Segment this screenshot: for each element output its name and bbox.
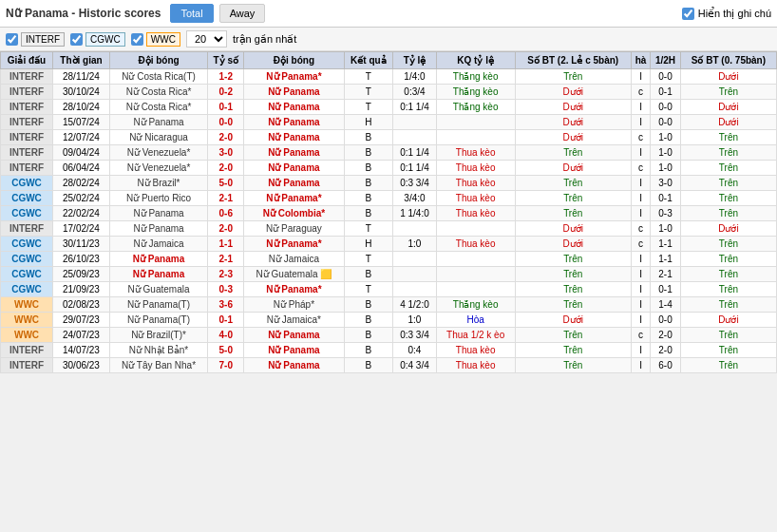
cell-comp: INTERF [1, 69, 53, 85]
cell-team2: Nữ Panama* [244, 237, 344, 252]
cell-h1: 0-1 [651, 85, 681, 100]
cell-so-bt2: Dưới [680, 69, 776, 85]
cell-result: B [344, 358, 393, 373]
cell-team2: Nữ Panama [244, 100, 344, 115]
cell-date: 28/10/24 [53, 100, 110, 115]
cell-so-bt: Dưới [515, 313, 631, 328]
cell-le-c: I [631, 69, 650, 85]
table-row: WWC 29/07/23 Nữ Panama(T) 0-1 Nữ Jamaica… [1, 313, 777, 328]
cell-le-c: c [631, 237, 650, 252]
cell-date: 24/07/23 [53, 328, 110, 343]
show-notes-container: Hiển thị ghi chú [682, 8, 771, 20]
cell-team2: Nữ Colombia* [244, 206, 344, 221]
table-row: INTERF 09/04/24 Nữ Venezuela* 3-0 Nữ Pan… [1, 145, 777, 161]
col-kq-ratio: KQ tỷ lệ [436, 52, 515, 69]
col-so-bt: Số BT (2. Lẻ c 5bàn) [515, 52, 631, 69]
cell-so-bt: Dưới [515, 161, 631, 176]
cell-team1: Nữ Panama [109, 252, 207, 267]
cell-date: 30/06/23 [53, 358, 110, 373]
cell-team1: Nữ Costa Rica* [109, 85, 207, 100]
cell-date: 28/11/24 [53, 69, 110, 85]
cell-h1: 1-0 [651, 161, 681, 176]
cell-score: 2-0 [208, 130, 244, 145]
filter-wwc-checkbox[interactable] [131, 33, 143, 46]
cell-comp: INTERF [1, 85, 53, 100]
show-notes-label: Hiển thị ghi chú [698, 8, 771, 20]
filter-wwc: WWC [131, 32, 180, 47]
cell-team1: Nữ Puerto Rico [109, 191, 207, 206]
cell-so-bt2: Trên [680, 297, 776, 313]
cell-result: T [344, 282, 393, 297]
cell-score: 5-0 [208, 176, 244, 191]
cell-h1: 1-1 [651, 237, 681, 252]
cell-score: 4-0 [208, 328, 244, 343]
cell-ratio [393, 252, 437, 267]
cell-result: B [344, 313, 393, 328]
table-row: CGWC 25/09/23 Nữ Panama 2-3 Nữ Guatemala… [1, 267, 777, 282]
col-le-c: hà [631, 52, 650, 69]
cell-so-bt2: Dưới [680, 100, 776, 115]
cell-date: 25/09/23 [53, 267, 110, 282]
count-select[interactable]: 20103050 [186, 30, 227, 48]
cell-date: 25/02/24 [53, 191, 110, 206]
cell-kq-ratio [436, 115, 515, 130]
cell-team1: Nữ Panama(T) [109, 313, 207, 328]
cell-comp: CGWC [1, 191, 53, 206]
cell-kq-ratio [436, 267, 515, 282]
table-row: INTERF 30/10/24 Nữ Costa Rica* 0-2 Nữ Pa… [1, 85, 777, 100]
table-row: WWC 02/08/23 Nữ Panama(T) 3-6 Nữ Pháp* B… [1, 297, 777, 313]
cell-so-bt2: Trên [680, 343, 776, 358]
cell-score: 7-0 [208, 358, 244, 373]
cell-comp: CGWC [1, 206, 53, 221]
cell-le-c: c [631, 85, 650, 100]
cell-score: 2-3 [208, 267, 244, 282]
cell-team1: Nữ Brazil(T)* [109, 328, 207, 343]
cell-le-c: I [631, 343, 650, 358]
cell-comp: CGWC [1, 237, 53, 252]
cell-h1: 2-0 [651, 328, 681, 343]
table-row: INTERF 12/07/24 Nữ Nicaragua 2-0 Nữ Pana… [1, 130, 777, 145]
cell-so-bt2: Trên [680, 328, 776, 343]
col-team2: Đội bóng [244, 52, 344, 69]
cell-score: 5-0 [208, 343, 244, 358]
cell-so-bt2: Trên [680, 252, 776, 267]
filter-bar: INTERF CGWC WWC 20103050 trận gần nhất [0, 28, 777, 51]
cell-ratio [393, 267, 437, 282]
cell-team2: Nữ Guatemala 🟨 [244, 267, 344, 282]
cell-result: B [344, 267, 393, 282]
cell-team1: Nữ Nicaragua [109, 130, 207, 145]
cell-team2: Nữ Panama [244, 343, 344, 358]
cell-team2: Nữ Panama [244, 161, 344, 176]
cell-score: 1-1 [208, 237, 244, 252]
cell-score: 2-1 [208, 191, 244, 206]
cell-h1: 1-0 [651, 130, 681, 145]
cell-date: 30/10/24 [53, 85, 110, 100]
cell-ratio: 0:3/4 [393, 85, 437, 100]
filter-interf: INTERF [6, 32, 65, 47]
cell-comp: CGWC [1, 252, 53, 267]
cell-kq-ratio: Thắng kèo [436, 85, 515, 100]
cell-score: 3-6 [208, 297, 244, 313]
cell-so-bt: Dưới [515, 85, 631, 100]
cell-team1: Nữ Jamaica [109, 237, 207, 252]
cell-so-bt2: Trên [680, 85, 776, 100]
cell-team2: Nữ Jamaica* [244, 313, 344, 328]
cell-ratio: 0:4 [393, 343, 437, 358]
cell-h1: 3-0 [651, 176, 681, 191]
cell-result: B [344, 161, 393, 176]
cell-le-c: I [631, 191, 650, 206]
cell-date: 12/07/24 [53, 130, 110, 145]
table-row: INTERF 17/02/24 Nữ Panama 2-0 Nữ Paragua… [1, 221, 777, 237]
show-notes-checkbox[interactable] [682, 8, 694, 20]
cell-comp: CGWC [1, 267, 53, 282]
filter-interf-checkbox[interactable] [6, 33, 18, 46]
tab-total[interactable]: Total [170, 4, 213, 23]
cell-h1: 1-0 [651, 221, 681, 237]
cell-h1: 0-0 [651, 115, 681, 130]
cell-kq-ratio: Thua kèo [436, 343, 515, 358]
filter-cgwc-checkbox[interactable] [70, 33, 83, 46]
cell-so-bt: Trên [515, 176, 631, 191]
cell-comp: INTERF [1, 358, 53, 373]
filter-wwc-label: WWC [146, 32, 180, 47]
tab-away[interactable]: Away [219, 4, 266, 23]
